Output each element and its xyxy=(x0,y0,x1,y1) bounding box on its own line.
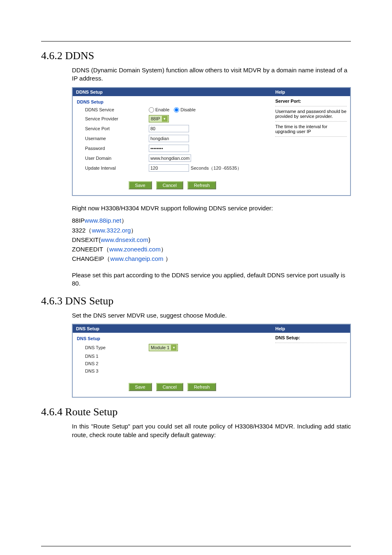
label-username: Username xyxy=(85,136,149,141)
top-rule xyxy=(41,41,351,41)
provider-link[interactable]: www.zoneedti.com xyxy=(109,246,161,253)
ddns-after: Right now H3308/H3304 MDVR support follo… xyxy=(72,204,351,212)
label-ddns-service: DDNS Service xyxy=(85,107,149,112)
help-text-1: Username and password should be provided… xyxy=(275,109,347,119)
label-password: Password xyxy=(85,146,149,151)
dns-title-bar: DNS Setup xyxy=(73,325,272,333)
ddns-title-bar: DDNS Setup xyxy=(73,88,272,96)
heading-route: 4.6.4 Route Setup xyxy=(41,406,392,418)
label-dns-type: DNS Type xyxy=(85,345,149,350)
help-text-2: The time is the interval for upgrading u… xyxy=(275,124,347,134)
help-dns-setup: DNS Setup: xyxy=(275,335,347,340)
label-dns1: DNS 1 xyxy=(85,354,149,359)
ddns-note: Please set this part according to the DD… xyxy=(72,271,351,288)
provider-item: CHANGEIP（www.changeip.com ） xyxy=(72,254,351,263)
heading-dns: 4.6.3 DNS Setup xyxy=(41,295,392,307)
provider-item: ZONEEDIT（www.zoneedti.com） xyxy=(72,244,351,254)
refresh-button[interactable]: Refresh xyxy=(187,181,217,189)
provider-item: 88IPwww.88ip.net） xyxy=(72,216,351,225)
provider-link[interactable]: www.88ip.net xyxy=(85,217,121,224)
input-user-domain[interactable]: www.hongdian.com xyxy=(149,154,191,162)
provider-item: 3322（www.3322.org） xyxy=(72,226,351,235)
provider-link[interactable]: www.dnsexit.com xyxy=(101,236,148,243)
radio-enable[interactable]: Enable xyxy=(149,107,169,113)
label-user-domain: User Domain xyxy=(85,156,149,161)
input-update-interval[interactable]: 120 xyxy=(149,164,189,172)
save-button[interactable]: Save xyxy=(129,383,152,391)
input-username[interactable]: hongdian xyxy=(149,135,189,142)
cancel-button[interactable]: Cancel xyxy=(156,181,183,189)
interval-hint: Seconds（120 -65535） xyxy=(191,165,242,171)
radio-disable[interactable]: Disable xyxy=(174,107,196,113)
dns-intro: Set the DNS server MDVR use, suggest cho… xyxy=(72,311,351,320)
provider-item: DNSEXIT(www.dnsexit.com) xyxy=(72,235,351,244)
route-intro: In this "Route Setup" part you could set… xyxy=(72,422,351,439)
provider-list: 88IPwww.88ip.net）3322（www.3322.org）DNSEX… xyxy=(72,216,351,263)
ddns-section-label: DDNS Setup xyxy=(73,96,272,106)
input-service-port[interactable]: 80 xyxy=(149,125,189,132)
save-button[interactable]: Save xyxy=(129,181,152,189)
chevron-down-icon: ▾ xyxy=(171,345,177,350)
help-title-bar: Help xyxy=(272,325,350,333)
bottom-rule xyxy=(41,546,351,546)
heading-ddns: 4.6.2 DDNS xyxy=(41,50,392,62)
dns-section-label: DNS Setup xyxy=(73,333,272,343)
provider-link[interactable]: www.3322.org xyxy=(92,227,131,234)
select-dns-type[interactable]: Module 1 ▾ xyxy=(149,344,178,351)
label-service-provider: Service Provider xyxy=(85,116,149,121)
input-password[interactable]: •••••••• xyxy=(149,145,189,152)
help-title-bar: Help xyxy=(272,88,350,96)
chevron-down-icon: ▾ xyxy=(162,116,168,122)
label-dns2: DNS 2 xyxy=(85,361,149,366)
ddns-intro: DDNS (Dynamic Domain System) function al… xyxy=(72,66,351,83)
label-update-interval: Update Interval xyxy=(85,166,149,170)
label-dns3: DNS 3 xyxy=(85,368,149,373)
dns-screenshot: DNS Setup DNS Setup DNS Type Module 1 ▾ … xyxy=(72,324,351,398)
ddns-screenshot: DDNS Setup DDNS Setup DDNS Service Enabl… xyxy=(72,87,351,196)
select-service-provider[interactable]: 88IP ▾ xyxy=(149,115,169,122)
label-service-port: Service Port xyxy=(85,126,149,131)
refresh-button[interactable]: Refresh xyxy=(187,383,217,391)
provider-link[interactable]: www.changeip.com xyxy=(110,255,163,262)
cancel-button[interactable]: Cancel xyxy=(156,383,183,391)
help-server-port: Server Port: xyxy=(275,99,347,104)
